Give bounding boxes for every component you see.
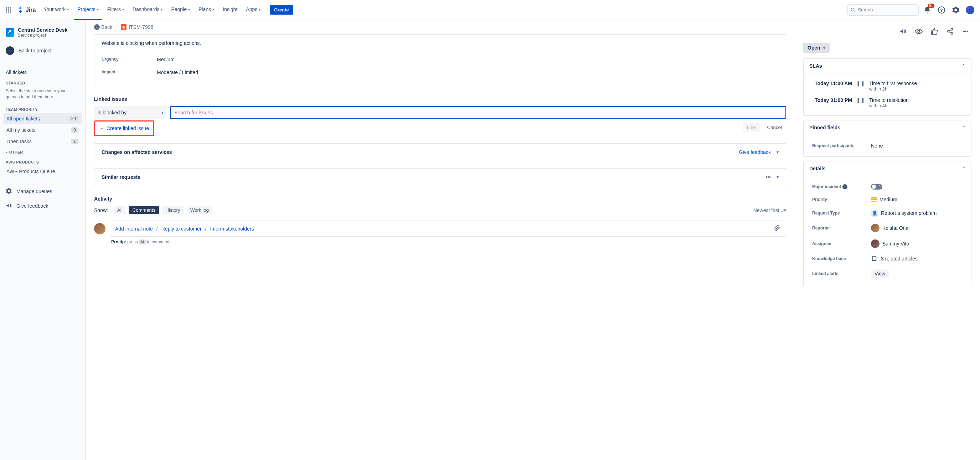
- priority-medium-icon: [871, 199, 877, 200]
- nav-apps[interactable]: Apps▾: [242, 0, 264, 20]
- pinned-fields-header[interactable]: Pinned fields ⌃: [803, 121, 971, 135]
- knowledge-base-row[interactable]: Knowledge base 3 related articles: [809, 251, 966, 266]
- issue-key-link[interactable]: ⊘ ITSM-7996: [121, 24, 153, 30]
- priority-row[interactable]: Priority Medium: [809, 193, 966, 206]
- nav-plans[interactable]: Plans▾: [195, 0, 218, 20]
- nav-people[interactable]: People▾: [167, 0, 194, 20]
- chevron-up-icon: ⌃: [962, 166, 966, 171]
- sidebar: Central Service Desk Service project ← B…: [0, 20, 86, 460]
- sla-row: Today 11:00 AM ❚❚ Time to first response…: [809, 78, 966, 94]
- link-relation-select[interactable]: is blocked by ▾: [94, 106, 167, 119]
- svg-line-18: [949, 32, 951, 33]
- other-section[interactable]: › OTHER: [3, 147, 82, 157]
- reporter-row[interactable]: Reporter Keisha Onai: [809, 220, 966, 236]
- view-linked-alerts-button[interactable]: View: [871, 269, 889, 278]
- activity-section: Activity Show: All Comments History Work…: [94, 196, 786, 244]
- more-icon[interactable]: •••: [765, 174, 771, 180]
- tab-all[interactable]: All: [114, 206, 126, 214]
- inform-stakeholders[interactable]: Inform stakeholders: [210, 226, 254, 232]
- svg-point-3: [6, 9, 7, 10]
- global-search[interactable]: [848, 4, 919, 16]
- chevron-down-icon: ▾: [823, 45, 825, 50]
- request-type-row[interactable]: Request Type 👤Report a system problem: [809, 206, 966, 220]
- link-button[interactable]: Link: [743, 123, 760, 132]
- nav-insight[interactable]: Insight: [219, 0, 241, 20]
- project-header[interactable]: Central Service Desk Service project: [3, 25, 82, 43]
- queue-aws-products[interactable]: AWS Products Queue: [3, 166, 82, 177]
- details-header[interactable]: Details ⌃: [803, 161, 971, 176]
- request-participants-row[interactable]: Request participants None: [809, 139, 966, 152]
- search-input[interactable]: [858, 7, 915, 13]
- jira-logo[interactable]: Jira: [14, 6, 38, 14]
- incident-icon: ⊘: [121, 24, 127, 30]
- center-column: ← Back ⊘ ITSM-7996 Website is clocking w…: [86, 20, 795, 460]
- link-search-box[interactable]: [170, 106, 786, 119]
- tab-history[interactable]: History: [162, 206, 183, 214]
- svg-point-8: [10, 11, 11, 13]
- status-dropdown[interactable]: Open ▾: [803, 43, 830, 53]
- sort-newest-first[interactable]: Newest first ↓≡: [753, 207, 786, 213]
- svg-point-13: [918, 30, 920, 32]
- queue-all-open-tickets[interactable]: All open tickets 29: [3, 113, 82, 124]
- profile-avatar[interactable]: [964, 4, 976, 16]
- urgency-row: Urgency Medium: [102, 53, 779, 66]
- manage-queues[interactable]: Manage queues: [3, 184, 82, 199]
- share-icon[interactable]: [944, 25, 956, 37]
- link-search-input[interactable]: [174, 110, 782, 115]
- comment-input-box[interactable]: Add internal note / Reply to customer / …: [110, 221, 786, 237]
- major-incident-toggle[interactable]: [871, 184, 882, 189]
- slas-header[interactable]: SLAs ⌃: [803, 59, 971, 73]
- sidebar-give-feedback[interactable]: Give feedback: [3, 199, 82, 213]
- settings-icon[interactable]: [950, 4, 961, 16]
- reporter-avatar: [871, 224, 880, 232]
- more-actions-icon[interactable]: •••: [960, 25, 972, 37]
- chevron-down-icon[interactable]: ▾: [776, 150, 779, 154]
- chevron-down-icon[interactable]: ▾: [776, 175, 779, 180]
- sla-row: Today 01:00 PM ❚❚ Time to resolution wit…: [809, 94, 966, 111]
- breadcrumb: ← Back ⊘ ITSM-7996: [94, 20, 786, 34]
- queue-open-tasks[interactable]: Open tasks 1: [3, 136, 82, 147]
- pinned-fields-card: Pinned fields ⌃ Request participants Non…: [803, 120, 972, 157]
- nav-dashboards[interactable]: Dashboards▾: [129, 0, 166, 20]
- create-linked-issue-button[interactable]: ＋ Create linked issue: [96, 122, 153, 134]
- chevron-down-icon: ▾: [259, 8, 261, 11]
- notifications-icon[interactable]: 9+: [921, 4, 933, 16]
- back-to-project[interactable]: ← Back to project: [3, 43, 82, 58]
- nav-filters[interactable]: Filters▾: [104, 0, 127, 20]
- add-internal-note[interactable]: Add internal note: [115, 226, 153, 232]
- starred-help: Select the star icon next to your queues…: [3, 87, 82, 104]
- like-icon[interactable]: [929, 25, 940, 37]
- activity-title: Activity: [94, 196, 786, 202]
- key-m: M: [139, 239, 146, 244]
- assignee-row[interactable]: Assignee Sammy Vito: [809, 236, 966, 251]
- assignee-avatar: [871, 239, 880, 248]
- svg-text:?: ?: [940, 7, 943, 13]
- watch-icon[interactable]: [913, 25, 924, 37]
- back-button[interactable]: ← Back: [94, 24, 112, 30]
- app-switcher-icon[interactable]: [4, 6, 13, 14]
- tab-work-log[interactable]: Work log: [187, 206, 212, 214]
- starred-label: STARRED: [3, 78, 82, 87]
- chevron-down-icon: ▾: [122, 8, 124, 11]
- cancel-button[interactable]: Cancel: [763, 123, 786, 132]
- nav-your-work[interactable]: Your work▾: [40, 0, 72, 20]
- reply-to-customer[interactable]: Reply to customer: [161, 226, 202, 232]
- chevron-down-icon: ▾: [161, 8, 162, 11]
- aws-label: AWS PRODUCTS: [3, 157, 82, 166]
- feedback-icon[interactable]: [897, 25, 909, 37]
- topbar-left: Jira Your work▾ Projects▾ Filters▾ Dashb…: [4, 0, 293, 20]
- nav-projects[interactable]: Projects▾: [74, 0, 102, 20]
- gear-icon: [6, 188, 12, 195]
- info-icon[interactable]: i: [842, 184, 848, 189]
- attachment-icon[interactable]: [774, 224, 781, 233]
- tab-comments[interactable]: Comments: [129, 206, 159, 214]
- project-type: Service project: [18, 33, 67, 38]
- all-tickets-link[interactable]: All tickets: [3, 67, 82, 78]
- svg-point-6: [6, 11, 7, 13]
- slas-card: SLAs ⌃ Today 11:00 AM ❚❚ Time to first r…: [803, 59, 972, 116]
- changes-feedback-link[interactable]: Give feedback: [739, 149, 771, 155]
- queue-all-my-tickets[interactable]: All my tickets 0: [3, 124, 82, 136]
- create-button[interactable]: Create: [270, 5, 293, 14]
- help-icon[interactable]: ?: [936, 4, 947, 16]
- urgency-value: Medium: [157, 57, 175, 62]
